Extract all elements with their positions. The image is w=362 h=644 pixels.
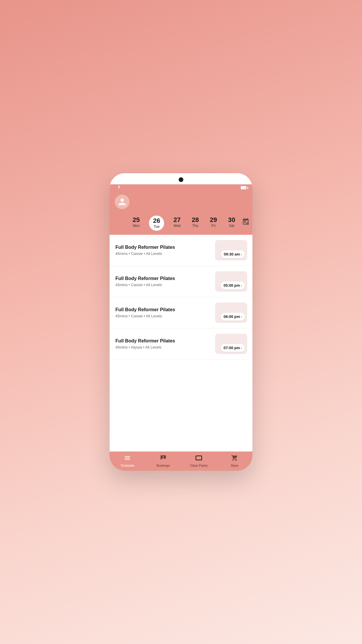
date-num: 28	[192, 217, 199, 223]
date-item-sat[interactable]: 30 Sat	[226, 216, 237, 229]
avatar	[115, 195, 129, 209]
nav-label: Class Packs	[190, 464, 208, 467]
nav-item-bookings[interactable]: Bookings	[145, 454, 181, 467]
class-item: Full Body Reformer Pilates 45mins • Cass…	[110, 266, 252, 297]
nav-label: Timetable	[120, 464, 134, 467]
chevron-right-icon: ›	[241, 346, 242, 350]
class-details: 45mins • Alyssa • All Levels	[115, 345, 211, 349]
class-packs-icon	[195, 454, 202, 463]
class-thumbnail[interactable]: 07:00 pm ›	[215, 334, 247, 354]
class-item: Full Body Reformer Pilates 45mins • Cass…	[110, 235, 252, 266]
date-day: Sat	[229, 224, 234, 228]
wifi-icon	[117, 186, 121, 190]
class-thumbnail[interactable]: 09:30 am ›	[215, 240, 247, 260]
nav-item-class-packs[interactable]: Class Packs	[181, 454, 217, 467]
calendar-bar: 25 Mon 26 Tue 27 Wed 28 Thu 29 Fri 30 Sa…	[110, 213, 252, 235]
nav-item-store[interactable]: Store	[217, 454, 253, 467]
status-left	[115, 186, 121, 190]
class-details: 45mins • Cassie • All Levels	[115, 251, 211, 256]
calendar-search-icon	[242, 218, 249, 225]
camera-dot	[179, 177, 183, 182]
class-details: 45mins • Cassie • All Levels	[115, 283, 211, 287]
bottom-nav: Timetable Bookings Class Packs Store	[110, 452, 252, 471]
timetable-icon	[124, 454, 131, 463]
date-day: Fri	[211, 224, 215, 228]
class-item: Full Body Reformer Pilates 45mins • Alys…	[110, 328, 252, 360]
date-day: Tue	[154, 225, 159, 229]
date-item-fri[interactable]: 29 Fri	[208, 216, 219, 229]
class-name: Full Body Reformer Pilates	[115, 245, 211, 250]
class-time-button[interactable]: 07:00 pm ›	[221, 344, 245, 352]
class-info: Full Body Reformer Pilates 45mins • Cass…	[115, 276, 211, 287]
date-num: 26	[153, 218, 160, 224]
chevron-right-icon: ›	[241, 315, 242, 318]
date-item-mon[interactable]: 25 Mon	[131, 216, 141, 229]
date-num: 27	[173, 217, 180, 223]
classes-list: Full Body Reformer Pilates 45mins • Cass…	[110, 235, 252, 452]
date-item-tue[interactable]: 26 Tue	[149, 216, 164, 231]
date-num: 30	[228, 217, 235, 223]
status-bar	[110, 184, 252, 191]
class-info: Full Body Reformer Pilates 45mins • Cass…	[115, 245, 211, 256]
class-name: Full Body Reformer Pilates	[115, 307, 211, 312]
chevron-right-icon: ›	[241, 253, 242, 256]
app-content: 25 Mon 26 Tue 27 Wed 28 Thu 29 Fri 30 Sa…	[110, 184, 252, 471]
date-num: 25	[133, 217, 140, 223]
bookings-icon	[160, 454, 167, 463]
class-thumbnail[interactable]: 05:00 pm ›	[215, 271, 247, 292]
date-day: Wed	[173, 224, 180, 228]
class-info: Full Body Reformer Pilates 45mins • Alys…	[115, 338, 211, 349]
store-icon	[231, 454, 238, 463]
chevron-right-icon: ›	[241, 284, 242, 287]
date-num: 29	[210, 217, 217, 223]
class-name: Full Body Reformer Pilates	[115, 276, 211, 281]
phone-top	[110, 173, 252, 184]
calendar-icon-btn[interactable]	[242, 216, 249, 225]
svg-rect-2	[196, 456, 202, 460]
class-name: Full Body Reformer Pilates	[115, 338, 211, 344]
class-time-button[interactable]: 05:00 pm ›	[221, 281, 245, 289]
date-item-thu[interactable]: 28 Thu	[190, 216, 201, 229]
user-avatar-icon	[118, 197, 126, 206]
class-thumbnail[interactable]: 06:00 pm ›	[215, 302, 247, 323]
date-item-wed[interactable]: 27 Wed	[172, 216, 182, 229]
today-label	[113, 216, 125, 217]
phone-frame: 25 Mon 26 Tue 27 Wed 28 Thu 29 Fri 30 Sa…	[110, 173, 252, 471]
class-time-button[interactable]: 06:00 pm ›	[221, 313, 245, 321]
date-day: Thu	[192, 224, 198, 228]
class-time-button[interactable]: 09:30 am ›	[221, 250, 245, 258]
date-items: 25 Mon 26 Tue 27 Wed 28 Thu 29 Fri 30 Sa…	[127, 216, 241, 231]
nav-label: Store	[231, 464, 238, 467]
battery-icon	[241, 186, 247, 189]
nav-item-timetable[interactable]: Timetable	[110, 454, 145, 467]
class-info: Full Body Reformer Pilates 45mins • Cass…	[115, 307, 211, 318]
class-item: Full Body Reformer Pilates 45mins • Cass…	[110, 297, 252, 328]
nav-label: Bookings	[157, 464, 170, 467]
date-day: Mon	[133, 224, 140, 228]
app-header	[110, 191, 252, 213]
class-details: 45mins • Cassie • All Levels	[115, 314, 211, 318]
